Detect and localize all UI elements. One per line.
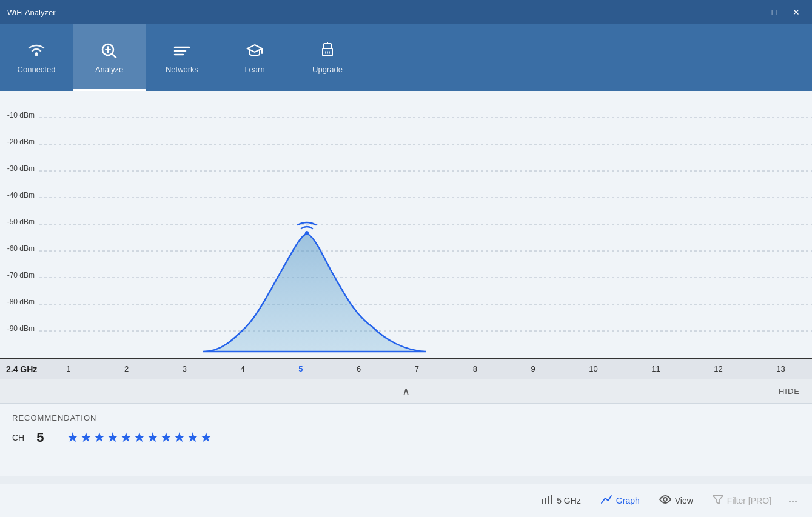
nav-learn-label: Learn: [244, 65, 264, 74]
x-label-11: 11: [651, 364, 660, 373]
filter-icon: [713, 495, 723, 507]
x-label-8: 8: [473, 364, 477, 373]
toolbar-filter-label: Filter [PRO]: [727, 496, 771, 505]
toolbar-more-button[interactable]: ···: [781, 490, 805, 512]
dbm-label-10: -10 dBm: [0, 102, 39, 128]
x-label-3: 3: [183, 364, 187, 373]
svg-point-24: [305, 231, 309, 235]
analyze-icon: [99, 41, 119, 61]
x-label-10: 10: [589, 364, 597, 373]
minimize-button[interactable]: —: [744, 4, 761, 21]
dbm-label-20: -20 dBm: [0, 128, 39, 155]
toolbar-5ghz[interactable]: 5 GHz: [531, 490, 591, 512]
app-title: WiFi Analyzer: [7, 8, 55, 17]
recommendation-panel: RECOMMENDATION CH 5 ★★★★★★★★★★★: [0, 403, 812, 476]
networks-icon: [172, 41, 192, 61]
dbm-label-40: -40 dBm: [0, 182, 39, 208]
signal-bell-curve: [203, 233, 426, 352]
toolbar-graph-label: Graph: [616, 496, 640, 505]
svg-point-29: [663, 498, 667, 501]
svg-rect-25: [542, 499, 543, 504]
x-label-13: 13: [776, 364, 785, 373]
svg-rect-27: [548, 496, 549, 504]
svg-rect-9: [324, 44, 331, 48]
toolbar-view[interactable]: View: [649, 490, 703, 512]
title-bar: WiFi Analyzer — □ ✕: [0, 0, 812, 24]
svg-marker-30: [713, 496, 723, 504]
collapse-arrow-icon[interactable]: ∧: [402, 385, 410, 398]
x-axis: 2.4 GHz 1 2 3 4 5 6 7 8 9 10 11 12 13: [0, 358, 812, 379]
dbm-labels: -10 dBm -20 dBm -30 dBm -40 dBm -50 dBm …: [0, 91, 39, 358]
hide-button[interactable]: HIDE: [779, 387, 800, 396]
wifi-icon: [27, 41, 46, 61]
dbm-label-90: -90 dBm: [0, 315, 39, 342]
x-label-9: 9: [531, 364, 535, 373]
recommendation-row: CH 5 ★★★★★★★★★★★: [12, 430, 800, 445]
learn-icon: [245, 41, 264, 61]
maximize-button[interactable]: □: [766, 4, 783, 21]
collapse-area[interactable]: ∧ HIDE: [0, 379, 812, 403]
dbm-label-30: -30 dBm: [0, 155, 39, 182]
toolbar-graph[interactable]: Graph: [591, 490, 649, 512]
ch-value: 5: [36, 430, 55, 445]
nav-upgrade-label: Upgrade: [312, 65, 343, 74]
nav-analyze-label: Analyze: [95, 65, 123, 74]
chart-svg-container: [39, 91, 812, 358]
dbm-label-50: -50 dBm: [0, 208, 39, 235]
nav-analyze[interactable]: Analyze: [73, 24, 146, 91]
chart-svg: [39, 91, 812, 358]
nav-connected[interactable]: Connected: [0, 24, 73, 91]
svg-line-2: [112, 54, 117, 58]
dbm-label-60: -60 dBm: [0, 235, 39, 262]
recommendation-stars: ★★★★★★★★★★★: [67, 430, 213, 445]
graph-icon: [600, 495, 612, 507]
recommendation-title: RECOMMENDATION: [12, 413, 800, 422]
nav-learn[interactable]: Learn: [218, 24, 291, 91]
dbm-label-80: -80 dBm: [0, 289, 39, 315]
upgrade-icon: [318, 41, 337, 61]
nav-networks-label: Networks: [166, 65, 198, 74]
x-label-4: 4: [241, 364, 245, 373]
window-controls: — □ ✕: [744, 4, 805, 21]
nav-upgrade[interactable]: Upgrade: [291, 24, 364, 91]
x-label-6: 6: [357, 364, 361, 373]
toolbar-5ghz-label: 5 GHz: [557, 496, 581, 505]
frequency-label: 2.4 GHz: [6, 364, 37, 374]
svg-rect-28: [551, 495, 552, 504]
x-label-5: 5: [298, 364, 303, 373]
toolbar-filter[interactable]: Filter [PRO]: [703, 490, 781, 512]
bottom-toolbar: 5 GHz Graph View Filter [PRO] ···: [0, 484, 812, 517]
dbm-label-70: -70 dBm: [0, 262, 39, 289]
x-label-2: 2: [124, 364, 129, 373]
ch-label: CH: [12, 433, 24, 442]
nav-networks[interactable]: Networks: [146, 24, 218, 91]
view-icon: [659, 495, 671, 507]
x-label-1: 1: [66, 364, 70, 373]
x-label-12: 12: [714, 364, 722, 373]
svg-point-0: [35, 53, 38, 56]
close-button[interactable]: ✕: [788, 4, 805, 21]
chart-area: -10 dBm -20 dBm -30 dBm -40 dBm -50 dBm …: [0, 91, 812, 358]
svg-rect-26: [545, 498, 546, 504]
x-label-7: 7: [415, 364, 419, 373]
nav-connected-label: Connected: [18, 65, 56, 74]
x-axis-labels: 1 2 3 4 5 6 7 8 9 10 11 12 13: [39, 364, 812, 373]
signal-icon: [541, 495, 553, 507]
nav-bar: Connected Analyze Networks: [0, 24, 812, 91]
toolbar-view-label: View: [675, 496, 693, 505]
